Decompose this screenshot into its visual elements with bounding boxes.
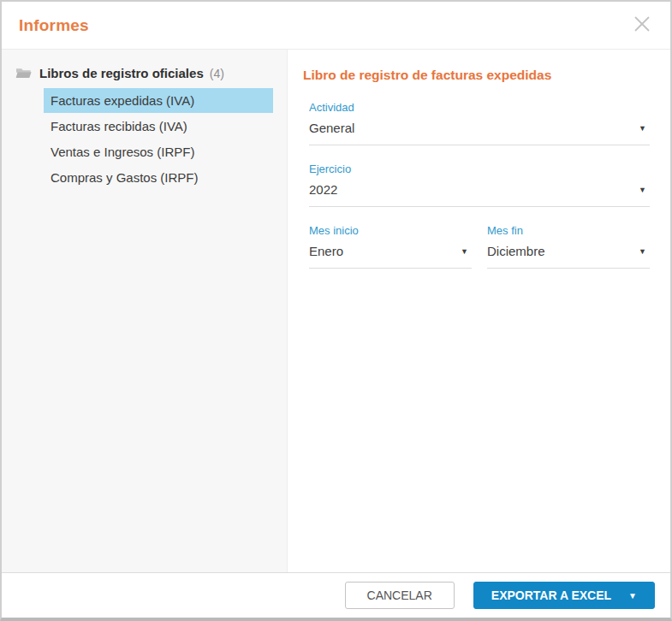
- dialog-title: Informes: [19, 16, 89, 35]
- mes-inicio-select[interactable]: Enero ▼: [309, 244, 472, 269]
- mes-fin-label: Mes fin: [487, 224, 650, 237]
- chevron-down-icon: ▼: [639, 186, 650, 194]
- actividad-select[interactable]: General ▼: [309, 121, 650, 145]
- chevron-down-icon: ▼: [628, 591, 637, 600]
- tree-items: Facturas expedidas (IVA) Facturas recibi…: [2, 88, 287, 190]
- dialog-body: Libros de registro oficiales (4) Factura…: [2, 50, 670, 572]
- close-button[interactable]: [631, 15, 653, 37]
- dialog-footer: CANCELAR EXPORTAR A EXCEL ▼: [2, 572, 670, 618]
- panel-fields: Actividad General ▼ Ejercicio 2022 ▼: [309, 101, 650, 269]
- mes-inicio-field: Mes inicio Enero ▼: [309, 224, 472, 269]
- ejercicio-select[interactable]: 2022 ▼: [309, 182, 650, 207]
- tree-item-ventas-ingresos[interactable]: Ventas e Ingresos (IRPF): [44, 139, 273, 164]
- informes-dialog: Informes Libros de registro oficia: [0, 0, 672, 621]
- chevron-down-icon: ▼: [461, 247, 472, 256]
- actividad-label: Actividad: [309, 101, 650, 114]
- close-icon: [632, 14, 652, 38]
- mes-fin-value: Diciembre: [487, 244, 545, 258]
- dialog-header: Informes: [2, 2, 670, 50]
- month-range-row: Mes inicio Enero ▼ Mes fin Diciembre ▼: [309, 224, 650, 269]
- export-button-label: EXPORTAR A EXCEL: [491, 588, 611, 602]
- tree-item-facturas-expedidas[interactable]: Facturas expedidas (IVA): [44, 88, 273, 113]
- ejercicio-label: Ejercicio: [309, 163, 650, 175]
- tree-item-compras-gastos[interactable]: Compras y Gastos (IRPF): [44, 165, 273, 190]
- tree-item-facturas-recibidas[interactable]: Facturas recibidas (IVA): [44, 114, 273, 139]
- chevron-down-icon: ▼: [639, 124, 650, 133]
- export-to-excel-button[interactable]: EXPORTAR A EXCEL ▼: [473, 582, 655, 609]
- mes-fin-field: Mes fin Diciembre ▼: [487, 224, 650, 269]
- report-tree-sidebar: Libros de registro oficiales (4) Factura…: [2, 50, 288, 572]
- tree-group-libros-oficiales[interactable]: Libros de registro oficiales (4): [2, 66, 287, 80]
- tree-group-label: Libros de registro oficiales: [39, 66, 204, 80]
- ejercicio-field: Ejercicio 2022 ▼: [309, 163, 650, 207]
- panel-title: Libro de registro de facturas expedidas: [303, 68, 650, 83]
- mes-fin-select[interactable]: Diciembre ▼: [487, 244, 650, 269]
- tree-group-count: (4): [210, 67, 224, 80]
- ejercicio-value: 2022: [309, 182, 337, 197]
- chevron-down-icon: ▼: [639, 247, 650, 256]
- report-config-panel: Libro de registro de facturas expedidas …: [288, 50, 670, 572]
- actividad-value: General: [309, 121, 354, 135]
- mes-inicio-label: Mes inicio: [309, 224, 472, 237]
- mes-inicio-value: Enero: [309, 244, 343, 258]
- actividad-field: Actividad General ▼: [309, 101, 650, 145]
- open-folder-icon: [15, 67, 32, 80]
- cancel-button[interactable]: CANCELAR: [345, 582, 455, 609]
